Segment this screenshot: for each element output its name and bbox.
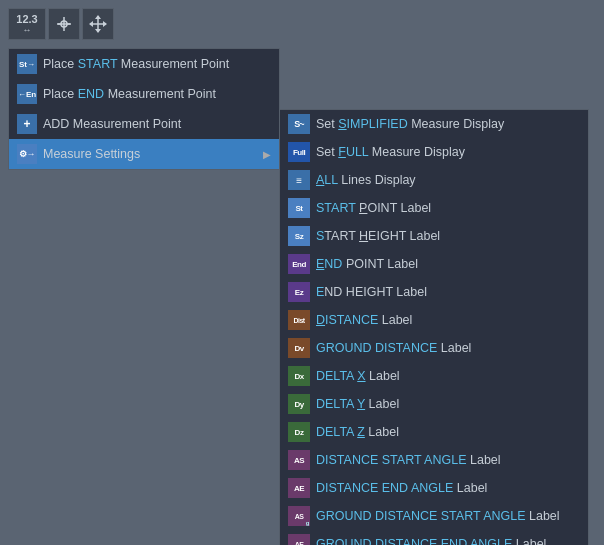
delta-y-label: DELTA Y Label xyxy=(316,397,580,411)
dist-start-angle-label: DISTANCE START ANGLE Label xyxy=(316,453,580,467)
place-end-label: Place END Measurement Point xyxy=(43,87,271,101)
submenu-item-ground-distance[interactable]: Dv GROUND DISTANCE Label xyxy=(280,334,588,362)
full-icon: Full xyxy=(288,142,310,162)
place-start-icon: St→ xyxy=(17,54,37,74)
start-height-label: START HEIGHT Label xyxy=(316,229,580,243)
delta-x-label: DELTA X Label xyxy=(316,369,580,383)
submenu-item-dist-end-angle[interactable]: AE DISTANCE END ANGLE Label xyxy=(280,474,588,502)
start-point-label: START POINT Label xyxy=(316,201,580,215)
end-height-label: END HEIGHT Label xyxy=(316,285,580,299)
submenu-item-distance[interactable]: Dist DISTANCE Label xyxy=(280,306,588,334)
add-label: ADD Measurement Point xyxy=(43,117,271,131)
ground-dist-end-angle-icon: AE g xyxy=(288,534,310,545)
measure-move-icon[interactable] xyxy=(82,8,114,40)
submenu-item-start-point[interactable]: St START POINT Label xyxy=(280,194,588,222)
submenu-item-full[interactable]: Full Set FULL Measure Display xyxy=(280,138,588,166)
delta-z-icon: Dz xyxy=(288,422,310,442)
end-height-icon: Ez xyxy=(288,282,310,302)
submenu-item-dist-start-angle[interactable]: AS DISTANCE START ANGLE Label xyxy=(280,446,588,474)
submenu-item-end-height[interactable]: Ez END HEIGHT Label xyxy=(280,278,588,306)
toolbar: 12.3 ↔ xyxy=(8,8,114,40)
submenu-item-start-height[interactable]: Sz START HEIGHT Label xyxy=(280,222,588,250)
all-lines-icon: ≡ xyxy=(288,170,310,190)
ground-dist-start-angle-icon: AS g xyxy=(288,506,310,526)
ground-dist-end-angle-label: GROUND DISTANCE END ANGLE Label xyxy=(316,537,580,545)
delta-y-icon: Dy xyxy=(288,394,310,414)
menu-item-measure-settings[interactable]: ⚙→ Measure Settings ▶ xyxy=(9,139,279,169)
menu-item-place-start[interactable]: St→ Place START Measurement Point xyxy=(9,49,279,79)
place-start-label: Place START Measurement Point xyxy=(43,57,271,71)
ground-dist-start-angle-label: GROUND DISTANCE START ANGLE Label xyxy=(316,509,580,523)
submenu-arrow: ▶ xyxy=(263,149,271,160)
main-menu: St→ Place START Measurement Point ←En Pl… xyxy=(8,48,280,170)
submenu-item-end-point[interactable]: End END POINT Label xyxy=(280,250,588,278)
submenu-item-delta-x[interactable]: Dx DELTA X Label xyxy=(280,362,588,390)
submenu-item-ground-dist-end-angle[interactable]: AE g GROUND DISTANCE END ANGLE Label xyxy=(280,530,588,545)
add-icon: + xyxy=(17,114,37,134)
submenu-item-all-lines[interactable]: ≡ ALL Lines Display xyxy=(280,166,588,194)
simplified-icon: S~ xyxy=(288,114,310,134)
measure-coords-icon[interactable]: 12.3 ↔ xyxy=(8,8,46,40)
end-point-label: END POINT Label xyxy=(316,257,580,271)
place-end-icon: ←En xyxy=(17,84,37,104)
submenu-measure-settings: S~ Set SIMPLIFIED Measure Display Full S… xyxy=(279,109,589,545)
full-label: Set FULL Measure Display xyxy=(316,145,580,159)
menu-item-add[interactable]: + ADD Measurement Point xyxy=(9,109,279,139)
start-height-icon: Sz xyxy=(288,226,310,246)
distance-icon: Dist xyxy=(288,310,310,330)
measure-crosshair-icon[interactable] xyxy=(48,8,80,40)
delta-z-label: DELTA Z Label xyxy=(316,425,580,439)
dist-end-angle-label: DISTANCE END ANGLE Label xyxy=(316,481,580,495)
delta-x-icon: Dx xyxy=(288,366,310,386)
ground-distance-label: GROUND DISTANCE Label xyxy=(316,341,580,355)
dist-start-angle-icon: AS xyxy=(288,450,310,470)
simplified-label: Set SIMPLIFIED Measure Display xyxy=(316,117,580,131)
ground-distance-icon: Dv xyxy=(288,338,310,358)
submenu-item-ground-dist-start-angle[interactable]: AS g GROUND DISTANCE START ANGLE Label xyxy=(280,502,588,530)
end-point-icon: End xyxy=(288,254,310,274)
start-point-icon: St xyxy=(288,198,310,218)
submenu-item-simplified[interactable]: S~ Set SIMPLIFIED Measure Display xyxy=(280,110,588,138)
svg-marker-7 xyxy=(95,15,101,19)
all-lines-label: ALL Lines Display xyxy=(316,173,580,187)
measure-settings-icon: ⚙→ xyxy=(17,144,37,164)
menu-item-place-end[interactable]: ←En Place END Measurement Point xyxy=(9,79,279,109)
submenu-item-delta-y[interactable]: Dy DELTA Y Label xyxy=(280,390,588,418)
distance-label: DISTANCE Label xyxy=(316,313,580,327)
svg-marker-10 xyxy=(103,21,107,27)
svg-marker-9 xyxy=(89,21,93,27)
measure-settings-label: Measure Settings xyxy=(43,147,257,161)
svg-marker-8 xyxy=(95,29,101,33)
submenu-item-delta-z[interactable]: Dz DELTA Z Label xyxy=(280,418,588,446)
dist-end-angle-icon: AE xyxy=(288,478,310,498)
